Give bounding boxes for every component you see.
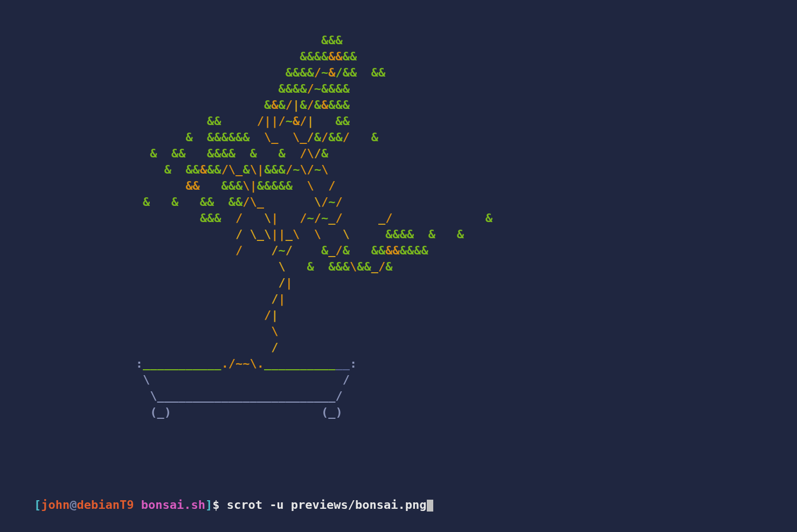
prompt-host: debianT9 [77, 498, 134, 512]
prompt-cwd: bonsai.sh [141, 498, 205, 512]
prompt-bracket-open: [ [34, 498, 41, 512]
prompt-symbol: $ [212, 498, 227, 512]
prompt-at: @ [70, 498, 77, 512]
bonsai-ascii-art: &&& &&&&&&&& &&&&/~&/&& && &&&&/~&&&& &&… [0, 32, 797, 420]
terminal-window[interactable]: &&& &&&&&&&& &&&&/~&/&& && &&&&/~&&&& &&… [0, 0, 797, 532]
typed-command: scrot -u previews/bonsai.png [227, 498, 427, 512]
prompt-bracket-close: ] [205, 498, 212, 512]
shell-prompt-line[interactable]: [john@debianT9 bonsai.sh]$ scrot -u prev… [5, 482, 433, 528]
cursor [427, 500, 433, 512]
prompt-user: john [41, 498, 70, 512]
